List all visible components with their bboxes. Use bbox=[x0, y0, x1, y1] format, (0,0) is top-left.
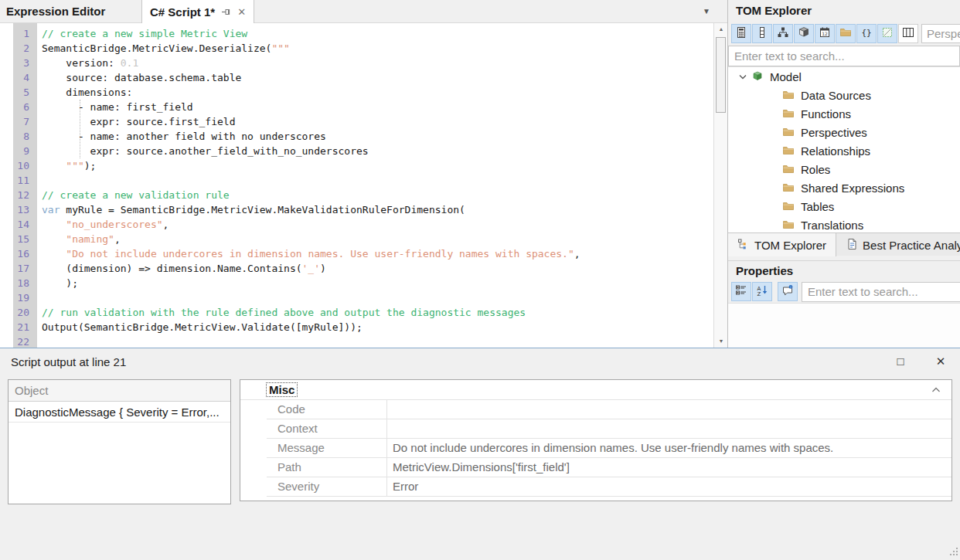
tree-item-perspectives[interactable]: Perspectives bbox=[728, 123, 960, 141]
property-row-context[interactable]: Context bbox=[267, 419, 951, 439]
model-cube-icon bbox=[751, 70, 767, 83]
tree-item-relationships[interactable]: Relationships bbox=[728, 141, 960, 160]
code-text: "Do not include undercores in dimension … bbox=[42, 246, 580, 261]
editor-tabstrip: Expression Editor C# Script 1* ✕ ▼ bbox=[0, 0, 727, 23]
tree-list-icon bbox=[737, 238, 750, 253]
scroll-down-arrow-icon[interactable]: ▼ bbox=[714, 335, 727, 348]
property-label: Path bbox=[267, 458, 387, 477]
tree-item-shared-expressions[interactable]: Shared Expressions bbox=[728, 178, 960, 197]
folder-icon bbox=[782, 163, 798, 175]
svg-text:Z: Z bbox=[757, 291, 761, 297]
properties-title: Properties bbox=[728, 260, 960, 280]
code-token: ); bbox=[84, 160, 97, 171]
line-number: 10 bbox=[0, 158, 34, 173]
tree-item-translations[interactable]: Translations bbox=[728, 216, 960, 232]
resize-grip-icon[interactable] bbox=[948, 545, 958, 558]
tree-item-roles[interactable]: Roles bbox=[728, 160, 960, 178]
folder-toggle-button[interactable] bbox=[836, 24, 856, 43]
properties-search-input[interactable] bbox=[802, 282, 960, 302]
tree-item-tables[interactable]: Tables bbox=[728, 197, 960, 216]
tree-item-functions[interactable]: Functions bbox=[728, 104, 960, 123]
object-list-item[interactable]: DiagnosticMessage { Severity = Error,... bbox=[9, 402, 230, 423]
code-text: // create a new validation rule bbox=[42, 188, 230, 202]
code-line: 5 dimensions: bbox=[0, 85, 727, 100]
braces-toggle-button[interactable]: {} bbox=[856, 24, 877, 43]
tab-csharp-script[interactable]: C# Script 1* ✕ bbox=[141, 0, 254, 23]
script-output-dialog: Script output at line 21 □ ✕ Object Diag… bbox=[0, 348, 960, 560]
tom-explorer-toolbar: 12{}Perspe. bbox=[728, 22, 960, 45]
property-row-message[interactable]: MessageDo not include undercores in dime… bbox=[267, 439, 951, 458]
chevron-down-icon[interactable] bbox=[739, 74, 751, 80]
dialog-close-icon[interactable]: ✕ bbox=[929, 351, 952, 372]
chevron-up-icon[interactable] bbox=[931, 387, 941, 393]
diagnostic-property-grid: Misc CodeContextMessageDo not include un… bbox=[240, 379, 952, 501]
line-number: 11 bbox=[0, 173, 34, 188]
line-number: 22 bbox=[0, 334, 34, 348]
tree-item-data-sources[interactable]: Data Sources bbox=[728, 86, 960, 104]
property-row-path[interactable]: PathMetricView.Dimensions['first_field'] bbox=[267, 458, 951, 477]
column-toggle-button[interactable] bbox=[752, 24, 772, 43]
property-row-code[interactable]: Code bbox=[267, 400, 951, 419]
code-token: var bbox=[42, 204, 60, 216]
code-token: - name: another field with no underscore… bbox=[42, 131, 326, 142]
tab-label: TOM Explorer bbox=[754, 239, 826, 252]
tree-item-model[interactable]: Model bbox=[728, 67, 960, 86]
object-listbox: Object DiagnosticMessage { Severity = Er… bbox=[8, 379, 231, 504]
properties-toolbar: AZi bbox=[728, 280, 960, 303]
property-label: Code bbox=[267, 400, 387, 419]
code-text: - name: another field with no underscore… bbox=[42, 129, 326, 144]
tab-list-dropdown-icon[interactable]: ▼ bbox=[703, 7, 710, 15]
hierarchy-toggle-button[interactable] bbox=[773, 24, 793, 43]
tab-close-icon[interactable]: ✕ bbox=[237, 7, 246, 17]
code-line: 18 ); bbox=[0, 276, 727, 290]
property-value: Error bbox=[387, 477, 951, 496]
line-number: 21 bbox=[0, 320, 34, 334]
calculator-toggle-button[interactable] bbox=[731, 24, 751, 43]
code-text: ); bbox=[42, 276, 78, 290]
tab-best-practice-analyz[interactable]: Best Practice Analyz bbox=[836, 233, 960, 256]
line-number: 8 bbox=[0, 129, 34, 144]
dialog-title: Script output at line 21 bbox=[11, 353, 126, 372]
line-number: 15 bbox=[0, 232, 34, 246]
code-text: Output(SemanticBridge.MetricView.Validat… bbox=[42, 320, 363, 334]
perspective-combobox[interactable]: Perspe. bbox=[921, 24, 960, 43]
code-editor[interactable]: 1// create a new simple Metric View2Sema… bbox=[0, 23, 727, 348]
code-line: 19 bbox=[0, 290, 727, 305]
tom-search-input[interactable] bbox=[728, 46, 960, 66]
editor-vertical-scrollbar[interactable]: ▲ ▼ bbox=[713, 23, 727, 348]
cube-toggle-button[interactable] bbox=[794, 24, 814, 43]
folder-icon bbox=[782, 200, 798, 212]
property-label: Context bbox=[267, 419, 387, 438]
calendar-toggle-button[interactable]: 12 bbox=[815, 24, 835, 43]
code-token: '_' bbox=[302, 263, 320, 274]
line-number: 7 bbox=[0, 114, 34, 129]
sort-az-button[interactable]: AZ bbox=[752, 282, 772, 301]
code-token: 0.1 bbox=[121, 57, 138, 69]
maximize-icon[interactable]: □ bbox=[889, 351, 912, 372]
code-line: 10 """); bbox=[0, 158, 727, 173]
code-token: // create a new simple Metric View bbox=[42, 28, 247, 39]
line-number: 17 bbox=[0, 261, 34, 276]
scroll-up-arrow-icon[interactable]: ▲ bbox=[714, 23, 727, 36]
categorized-button[interactable] bbox=[731, 282, 751, 301]
code-token: dimensions: bbox=[42, 87, 132, 98]
line-number: 19 bbox=[0, 290, 34, 305]
code-token: ); bbox=[42, 277, 78, 289]
property-grid-category-row[interactable]: Misc bbox=[240, 380, 951, 400]
line-number: 20 bbox=[0, 305, 34, 320]
code-token: ) bbox=[320, 263, 326, 274]
line-number: 2 bbox=[0, 41, 34, 56]
tab-tom-explorer[interactable]: TOM Explorer bbox=[728, 233, 836, 256]
pin-icon[interactable] bbox=[221, 7, 231, 17]
property-grid-rows: CodeContextMessageDo not include underco… bbox=[240, 400, 951, 497]
table-columns-toggle-button[interactable] bbox=[898, 24, 918, 43]
svg-text:i: i bbox=[790, 286, 791, 290]
scrollbar-thumb[interactable] bbox=[716, 37, 726, 113]
info-bubble-button[interactable]: i bbox=[778, 282, 798, 301]
kpi-slash-toggle-button[interactable] bbox=[877, 24, 897, 43]
code-line: 22 bbox=[0, 334, 727, 348]
code-line: 1// create a new simple Metric View bbox=[0, 26, 727, 41]
property-row-severity[interactable]: SeverityError bbox=[267, 477, 951, 497]
code-token: myRule = SemanticBridge.MetricView.MakeV… bbox=[60, 204, 465, 216]
code-line: 2SemanticBridge.MetricView.Deserialize("… bbox=[0, 41, 727, 56]
